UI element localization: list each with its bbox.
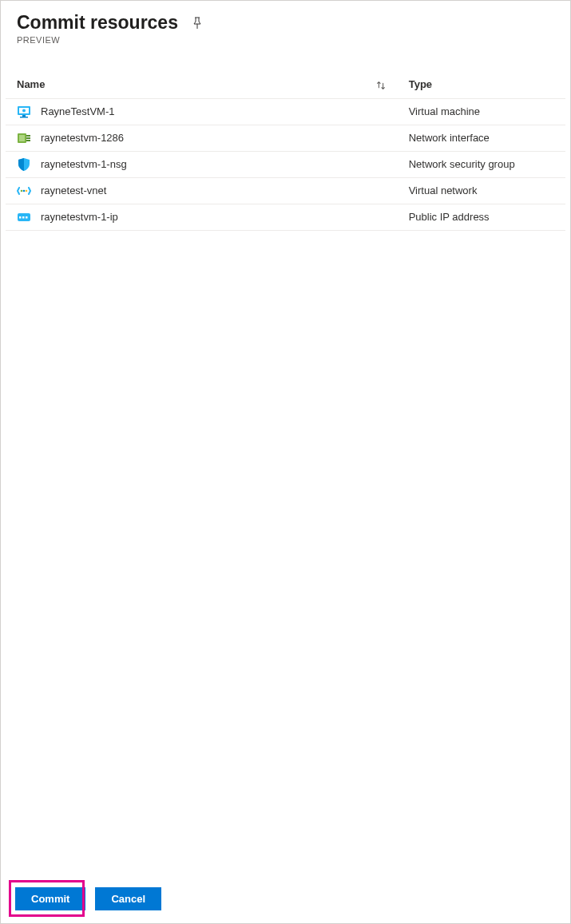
resource-type: Virtual network [398,177,565,204]
svg-rect-9 [26,140,30,141]
svg-rect-4 [20,117,28,118]
resource-name: RayneTestVM-1 [41,105,114,117]
resource-name: raynetestvm-1-nsg [41,158,127,170]
resources-table-wrapper: Name Type RayneTestVM-1Virtual machinera… [1,50,570,874]
svg-rect-6 [19,135,25,141]
table-row[interactable]: raynetest-vnetVirtual network [6,177,565,204]
column-header-type[interactable]: Type [398,72,565,98]
resource-type: Public IP address [398,204,565,230]
commit-button[interactable]: Commit [15,887,85,910]
svg-rect-8 [26,137,30,139]
svg-point-11 [23,189,26,192]
vm-icon [17,105,31,119]
page-title: Commit resources [17,12,178,34]
cancel-button[interactable]: Cancel [95,887,161,910]
resource-type: Network interface [398,125,565,151]
svg-point-10 [21,189,23,192]
svg-rect-14 [19,216,22,219]
column-header-name-label: Name [17,78,45,90]
preview-badge: PREVIEW [17,35,554,45]
nsg-icon [17,157,31,172]
svg-rect-7 [26,135,30,137]
table-row[interactable]: RayneTestVM-1Virtual machine [6,98,565,125]
resource-name: raynetestvm-1286 [41,132,124,144]
table-row[interactable]: raynetestvm-1286Network interface [6,125,565,151]
nic-icon [17,131,31,145]
resource-name: raynetest-vnet [41,184,106,196]
svg-rect-15 [22,216,25,219]
panel-header: Commit resources PREVIEW [1,1,570,50]
column-header-type-label: Type [409,78,432,90]
resource-name: raynetestvm-1-ip [41,211,118,223]
resources-table: Name Type RayneTestVM-1Virtual machinera… [6,72,565,231]
svg-rect-3 [22,115,26,117]
svg-point-12 [26,189,28,192]
table-row[interactable]: raynetestvm-1-ipPublic IP address [6,204,565,230]
pin-icon[interactable] [191,17,204,30]
resource-type: Virtual machine [398,98,565,125]
table-row[interactable]: raynetestvm-1-nsgNetwork security group [6,151,565,177]
commit-resources-panel: Commit resources PREVIEW Name [0,0,571,924]
publicip-icon [17,210,31,224]
panel-footer: Commit Cancel [1,874,570,923]
svg-rect-16 [26,216,28,219]
column-header-name[interactable]: Name [6,72,398,98]
vnet-icon [17,184,31,198]
resource-type: Network security group [398,151,565,177]
svg-point-2 [22,109,26,112]
sort-icon[interactable] [375,78,387,91]
